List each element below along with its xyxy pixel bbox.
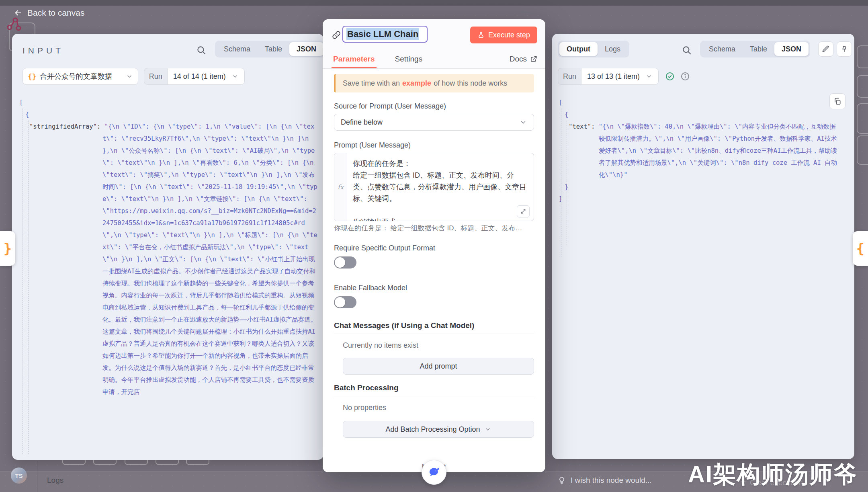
pin-data-button[interactable] [837,41,852,57]
deepseek-whale-icon [428,466,440,479]
tab-table[interactable]: Table [743,42,774,56]
json-key: "text": [569,123,599,130]
tab-json[interactable]: JSON [289,42,323,56]
output-json-view[interactable]: [ { "text": "{\n \"爆款指数\": 40,\n \"爆款理由\… [559,96,838,456]
prompt-text[interactable]: 你现在的任务是： 给定一组数据包含 ID、标题、正文、发布时间、分类、点赞数等信… [347,153,534,221]
json-key: "stringifiedArray": [29,123,104,130]
add-prompt-button[interactable]: Add prompt [343,358,534,375]
add-batch-option-button[interactable]: Add Batch Processing Option [343,421,534,438]
output-format-toggle[interactable] [334,256,356,269]
success-check-icon [665,72,675,81]
search-icon[interactable] [196,45,207,55]
node-parameters-body: Save time with an example of how this no… [323,69,545,472]
toggle-knob [335,257,345,268]
input-run-row: {} 合并公众号的文章数据 Run 14 of 14 (1 item) [23,68,245,85]
lightbulb-icon [558,476,566,485]
model-connector-node[interactable] [422,460,446,485]
notice-example-link[interactable]: example [402,79,431,88]
node-modal-header: Basic LLM Chain Execute step Parameters … [323,19,545,69]
chevron-down-icon [126,73,133,80]
brace-close-icon: } [4,240,12,256]
back-arrow-icon [14,8,23,17]
chevron-down-icon [231,73,239,80]
info-icon[interactable] [680,72,690,81]
input-display-mode-tabs: Schema Table JSON [215,41,325,57]
expand-editor-icon[interactable] [517,205,530,217]
search-icon[interactable] [682,45,692,55]
logs-label[interactable]: Logs [47,476,63,485]
batch-empty-text: No properties [343,404,534,412]
json-entry: "text": "{\n \"爆款指数\": 40,\n \"爆款理由\": \… [569,121,838,181]
output-run-value: 13 of 13 (1 item) [587,72,640,81]
output-panel-drag-handle[interactable]: { [853,231,868,266]
input-panel: INPUT Schema Table JSON {} 合并公众号的文章数据 Ru… [12,34,323,460]
wish-text: I wish this node would... [571,476,652,485]
json-bracket: [ [559,96,838,109]
tab-json[interactable]: JSON [774,42,809,56]
execute-step-button[interactable]: Execute step [470,27,537,43]
input-json-view[interactable]: [ { "stringifiedArray": "{\n \"ID\": {\n… [19,96,318,457]
execute-step-label: Execute step [488,31,530,39]
top-strip [0,0,868,6]
batch-processing-section-header: Batch Processing [334,383,534,396]
canvas-node-ghost [857,45,868,68]
toggle-knob [335,297,345,308]
back-to-canvas-button[interactable]: Back to canvas [14,8,84,18]
edit-output-button[interactable] [818,41,833,57]
tab-output[interactable]: Output [559,42,598,56]
node-title-text: Basic LLM Chain [346,28,419,40]
back-to-canvas-label: Back to canvas [27,8,84,18]
json-bracket: } [565,181,838,193]
brace-open-icon: { [856,240,864,256]
output-run-selector[interactable]: Run 13 of 13 (1 item) [558,68,659,85]
node-title-input[interactable]: Basic LLM Chain [342,26,428,43]
json-value: "{\n \"ID\": {\n \"type\": 1,\n \"value\… [102,123,317,396]
prompt-label: Prompt (User Message) [334,141,534,150]
run-label: Run [144,68,167,85]
tab-schema[interactable]: Schema [702,42,743,56]
source-prompt-label: Source for Prompt (User Message) [334,102,534,111]
flask-icon [477,31,485,39]
braces-icon: {} [28,72,37,81]
tab-logs[interactable]: Logs [598,42,628,56]
output-panel: Output Logs Schema Table JSON Run 13 of … [552,34,854,459]
tab-settings[interactable]: Settings [395,50,423,68]
avatar[interactable]: TS [11,467,27,484]
canvas-node-ghost [857,75,868,98]
expression-fx-gutter: fx [334,153,347,221]
input-panel-title: INPUT [23,46,64,55]
workflow-logo-icon [6,15,25,33]
chat-messages-empty-text: Currently no items exist [343,341,534,350]
docs-link[interactable]: Docs [510,55,537,64]
run-label: Run [558,68,581,85]
output-view-tabs: Output Logs [558,41,629,57]
notice-text: of how this node works [434,79,507,88]
input-panel-drag-handle[interactable]: } [0,231,15,266]
node-detail-modal: Basic LLM Chain Execute step Parameters … [323,19,545,472]
node-feedback-prompt[interactable]: I wish this node would... [558,476,652,485]
input-source-select[interactable]: {} 合并公众号的文章数据 [23,68,138,85]
notice-text: Save time with an [343,79,400,88]
canvas-node-ghost [857,103,868,134]
tab-schema[interactable]: Schema [217,42,258,56]
input-source-label: 合并公众号的文章数据 [40,72,112,81]
tab-table[interactable]: Table [258,42,289,56]
source-prompt-value: Define below [341,118,383,127]
input-run-value: 14 of 14 (1 item) [173,72,226,81]
input-run-selector[interactable]: Run 14 of 14 (1 item) [144,68,245,85]
copy-output-button[interactable] [829,93,845,109]
docs-label: Docs [510,55,527,64]
json-bracket: { [25,109,318,121]
chat-messages-section-header: Chat Messages (if Using a Chat Model) [334,321,534,334]
source-prompt-select[interactable]: Define below [334,114,534,131]
add-prompt-label: Add prompt [420,362,457,371]
fallback-model-toggle[interactable] [334,296,356,308]
output-run-row: Run 13 of 13 (1 item) [558,68,690,85]
prompt-editor[interactable]: fx 你现在的任务是： 给定一组数据包含 ID、标题、正文、发布时间、分类、点赞… [334,153,534,221]
tab-parameters[interactable]: Parameters [333,50,375,68]
output-display-mode-tabs: Schema Table JSON [700,41,810,57]
canvas-node-ghost [857,135,868,165]
avatar-initials: TS [15,472,23,479]
json-bracket: { [565,109,838,121]
example-notice[interactable]: Save time with an example of how this no… [334,74,534,92]
